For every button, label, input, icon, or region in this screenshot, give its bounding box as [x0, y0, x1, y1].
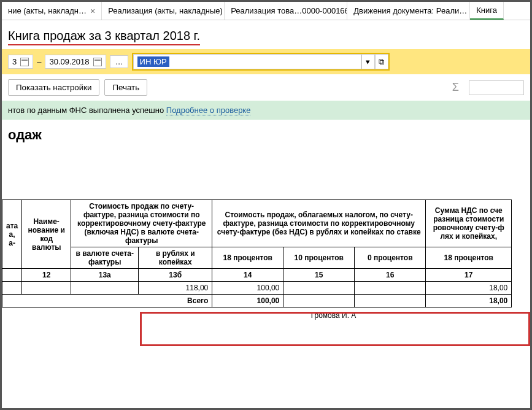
- tab-item-active[interactable]: Книга: [470, 2, 504, 20]
- tab-label: ние (акты, накладн…: [8, 6, 87, 15]
- col-header: Наиме- нование и код валюты: [22, 200, 71, 269]
- tab-item[interactable]: Движения документа: Реали… ×: [347, 2, 470, 20]
- table-number-row: 12 13а 13б 14 15 16 17: [2, 269, 512, 282]
- close-icon[interactable]: ×: [90, 6, 95, 16]
- buttons-row: Показать настройки Печать Σ: [2, 74, 530, 101]
- date-value: 3: [12, 57, 17, 66]
- title-area: Книга продаж за 3 квартал 2018 г.: [2, 20, 530, 49]
- cell: [2, 282, 22, 295]
- info-link[interactable]: Подробнее о проверке: [166, 106, 251, 115]
- section-header: одаж: [2, 120, 530, 150]
- date-value: 30.09.2018: [49, 57, 89, 66]
- col-subheader: 18 процентов: [426, 247, 512, 269]
- cell: 13б: [139, 269, 212, 282]
- cell: 118,00: [139, 282, 212, 295]
- print-button[interactable]: Печать: [104, 79, 147, 96]
- col-group-header: Стоимость продаж, облагаемых налогом, по…: [212, 200, 426, 247]
- cell: 12: [22, 269, 71, 282]
- table-total-row: Всего 100,00 18,00: [2, 295, 512, 308]
- footer-text: Громова И. А: [137, 308, 530, 323]
- chevron-down-icon: ▾: [366, 57, 370, 66]
- cell: 13а: [71, 269, 139, 282]
- info-text: нтов по данным ФНС выполнена успешно: [8, 106, 166, 115]
- date-to-input[interactable]: 30.09.2018: [45, 55, 106, 69]
- info-bar: нтов по данным ФНС выполнена успешно Под…: [2, 101, 530, 120]
- dash-separator: –: [37, 57, 41, 66]
- counterparty-input-wrap: ИН ЮР ▾ ⧉: [132, 53, 390, 71]
- tab-item[interactable]: Реализация това…0000-000166 ×: [225, 2, 347, 20]
- tab-label: Движения документа: Реали…: [353, 6, 467, 15]
- cell: 100,00: [212, 295, 283, 308]
- counterparty-input[interactable]: ИН ЮР: [133, 54, 361, 69]
- cell: [283, 282, 355, 295]
- ellipsis-button[interactable]: ...: [110, 55, 128, 68]
- cell: [71, 282, 139, 295]
- cell: 14: [212, 269, 283, 282]
- col-group-header: Сумма НДС по сче разница стоимости ровоч…: [426, 200, 512, 247]
- expand-icon: ⧉: [379, 57, 384, 67]
- show-settings-button[interactable]: Показать настройки: [8, 79, 99, 96]
- tab-item[interactable]: ние (акты, накладн… ×: [2, 2, 102, 20]
- cell: 16: [355, 269, 426, 282]
- report-table-area: ата а, а- Наиме- нование и код валюты Ст…: [2, 199, 530, 308]
- cell: [355, 295, 426, 308]
- toolbar: 3 – 30.09.2018 ... ИН ЮР ▾ ⧉: [2, 49, 530, 74]
- col-subheader: в рублях и копейках: [139, 247, 212, 269]
- page-title: Книга продаж за 3 квартал 2018 г.: [8, 29, 200, 45]
- tab-label: Реализация (акты, накладные): [108, 6, 223, 15]
- sigma-icon[interactable]: Σ: [452, 81, 459, 94]
- col-subheader: в валюте счета-фактуры: [71, 247, 139, 269]
- col-group-header: Стоимость продаж по счету-фактуре, разни…: [71, 200, 212, 247]
- cell: 100,00: [212, 282, 283, 295]
- tab-label: Реализация това…0000-000166: [231, 6, 347, 15]
- col-header: ата а, а-: [2, 200, 22, 269]
- table-data-row: 118,00 100,00 18,00: [2, 282, 512, 295]
- col-subheader: 10 процентов: [283, 247, 355, 269]
- total-label: Всего: [2, 295, 212, 308]
- tab-item[interactable]: Реализация (акты, накладные) ×: [102, 2, 225, 20]
- cell: [2, 269, 22, 282]
- dropdown-button[interactable]: ▾: [361, 54, 375, 69]
- cell: [283, 295, 355, 308]
- cell: 17: [426, 269, 512, 282]
- cell: 15: [283, 269, 355, 282]
- report-table: ата а, а- Наиме- нование и код валюты Ст…: [2, 199, 512, 308]
- cell: [22, 282, 71, 295]
- expand-button[interactable]: ⧉: [375, 54, 388, 69]
- cell: 18,00: [426, 295, 512, 308]
- tab-label: Книга: [476, 6, 497, 15]
- tabs-bar: ние (акты, накладн… × Реализация (акты, …: [2, 2, 530, 20]
- date-from-input[interactable]: 3: [8, 55, 33, 69]
- cell: [355, 282, 426, 295]
- sum-input[interactable]: [469, 80, 524, 95]
- col-subheader: 18 процентов: [212, 247, 283, 269]
- col-subheader: 0 процентов: [355, 247, 426, 269]
- calendar-icon[interactable]: [93, 58, 102, 66]
- calendar-icon[interactable]: [20, 58, 29, 66]
- cell: 18,00: [426, 282, 512, 295]
- input-selected-text: ИН ЮР: [137, 56, 169, 67]
